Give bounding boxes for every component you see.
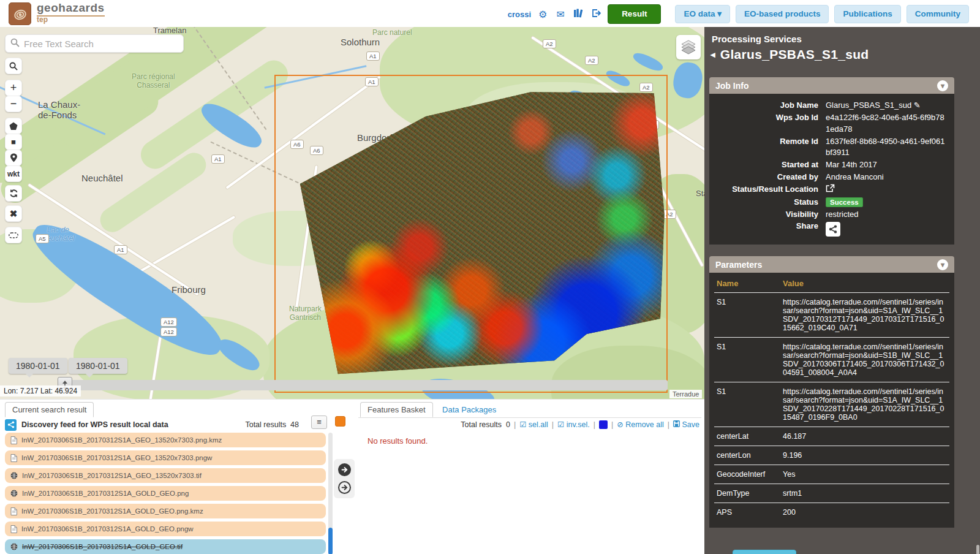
sign-out-icon[interactable] [590, 9, 602, 20]
job-info-label: Visibility [715, 209, 818, 221]
draw-rectangle-tool[interactable]: ■ [5, 134, 22, 150]
color-swatch-button[interactable] [599, 420, 608, 429]
move-right-button[interactable] [338, 463, 351, 476]
job-info-label: Share [715, 221, 818, 237]
brand-name[interactable]: geohazards [37, 1, 105, 17]
result-row-selected[interactable]: InW_20170306S1B_20170312S1A_GOLD_GEO.tif [5, 539, 326, 554]
result-row[interactable]: InW_20170306S1B_20170312S1A_GOLD_GEO.png… [5, 504, 326, 518]
map-search-tool[interactable] [5, 58, 22, 74]
map-canvas[interactable]: Tramelan Parc naturel Solothurn Willisau… [0, 27, 704, 399]
end-date-chip[interactable]: 1980-01-01 [69, 358, 127, 374]
layers-button[interactable] [676, 35, 701, 59]
separator: | [668, 420, 669, 429]
separator: | [514, 420, 516, 429]
draw-polygon-tool[interactable] [5, 118, 22, 134]
parameter-row: S1https://catalog.terradue.com//sentinel… [714, 293, 949, 338]
result-filename: InW_20170306S1B_20170312S1A_GOLD_GEO.tif [22, 543, 183, 550]
param-name: centerLon [714, 446, 780, 465]
gear-icon[interactable]: ⚙ [537, 9, 549, 20]
clear-selection-tool[interactable]: ✖ [5, 205, 22, 222]
panel-action-button-cutoff[interactable] [733, 550, 796, 554]
job-info-row: Visibilityrestricted [715, 209, 946, 221]
result-row[interactable]: InW_20170306S1B_20170312S1A_GOLD_GEO.png… [5, 522, 326, 536]
result-row[interactable]: InW_20170306S1B_20170312S1A_GEO_13520x73… [5, 468, 326, 483]
globe-icon [10, 490, 18, 497]
eo-data-button[interactable]: EO data ▾ [675, 5, 730, 23]
job-title[interactable]: ◂Glarus_PSBAS_S1_sud [710, 47, 869, 62]
panel-scrollbar-thumb[interactable] [976, 545, 979, 554]
job-info-label: Status [715, 197, 818, 208]
check-square-icon: ☑ [519, 420, 526, 429]
param-value: https://catalog.terradue.com//sentinel1/… [780, 293, 949, 338]
refresh-tool[interactable] [5, 185, 22, 202]
parameter-row: APS200 [714, 503, 949, 522]
publications-button[interactable]: Publications [834, 5, 900, 23]
results-total-value: 48 [290, 420, 299, 429]
results-scrollbar[interactable] [328, 433, 333, 554]
search-input[interactable] [24, 39, 171, 49]
external-link-icon[interactable] [826, 184, 835, 192]
road-badge: A5 [36, 234, 49, 243]
parameters-header-row: Name Value [714, 276, 949, 293]
result-row[interactable]: InW_20170306S1B_20170312S1A_GOLD_GEO.png [5, 486, 326, 501]
invert-selection-label: inv.sel. [567, 420, 590, 429]
bottom-panel: Current search result Discovery feed for… [0, 399, 704, 554]
job-name-value: Glarus_PSBAS_S1_sud [826, 101, 911, 110]
books-icon[interactable] [572, 9, 584, 20]
edit-pencil-icon[interactable]: ✎ [914, 101, 921, 110]
results-scrollbar-thumb[interactable] [328, 528, 333, 554]
wkt-tool[interactable]: wkt [5, 165, 22, 182]
mail-icon[interactable]: ✉ [554, 9, 567, 20]
separator: | [611, 420, 613, 429]
result-row[interactable]: InW_20170306S1B_20170312S1A_GEO_13520x73… [5, 433, 326, 447]
zoom-out-button[interactable]: − [5, 96, 22, 112]
result-row[interactable]: InW_20170306S1B_20170312S1A_GEO_13520x73… [5, 450, 326, 465]
tab-data-packages[interactable]: Data Packages [435, 403, 503, 417]
param-name: GeocodeInterf [714, 465, 780, 484]
brand-logo[interactable] [9, 2, 31, 25]
result-button[interactable]: Result [608, 4, 661, 24]
share-feed-icon[interactable] [5, 419, 17, 431]
basket-total-label: Total results [461, 420, 502, 429]
draw-point-tool[interactable] [5, 150, 22, 166]
share-job-icon[interactable] [826, 222, 840, 237]
zoom-in-button[interactable]: + [5, 80, 22, 96]
collapse-chevron-icon[interactable]: ▾ [937, 80, 948, 91]
move-right-alt-button[interactable] [338, 481, 351, 494]
legend-color-button[interactable] [335, 416, 345, 427]
parameter-row: DemTypesrtm1 [714, 484, 949, 503]
tab-features-basket[interactable]: Features Basket [360, 402, 433, 417]
collapse-chevron-icon[interactable]: ▾ [937, 259, 948, 270]
job-info-row: StatusSuccess [715, 197, 946, 208]
tab-label: Current search result [5, 402, 94, 417]
tab-current-search-result[interactable]: Current search result [5, 402, 94, 417]
map-attribution[interactable]: Terradue [669, 390, 702, 398]
job-info-row: Wps Job Ide4a122f6-9c82-40e6-af45-6f9b78… [715, 112, 946, 135]
job-info-card: Job Info▾ Job NameGlarus_PSBAS_S1_sud ✎ … [709, 77, 954, 245]
invert-selection-action[interactable]: ☑ inv.sel. [557, 420, 590, 429]
aoi-rectangle [274, 75, 668, 393]
param-value: https://catalog.terradue.com//sentinel1/… [780, 382, 949, 427]
job-info-value: restricted [826, 209, 946, 221]
select-all-action[interactable]: ☑ sel.all [519, 420, 548, 429]
save-action[interactable]: Save [673, 420, 699, 429]
job-info-value: Mar 14th 2017 [826, 159, 946, 171]
time-slider-track[interactable] [65, 380, 668, 390]
check-square-icon: ☑ [557, 420, 564, 429]
parameters-header[interactable]: Parameters▾ [709, 256, 954, 273]
results-total: Total results 48 [245, 420, 299, 429]
job-title-text: Glarus_PSBAS_S1_sud [720, 47, 869, 62]
community-button[interactable]: Community [907, 5, 969, 23]
job-info-header[interactable]: Job Info▾ [709, 77, 954, 94]
list-view-button[interactable]: ≡ [311, 416, 327, 429]
remove-all-action[interactable]: ⊘ Remove all [617, 420, 664, 429]
measure-tool[interactable] [5, 227, 22, 243]
job-info-header-label: Job Info [715, 81, 748, 91]
eo-products-button[interactable]: EO-based products [736, 5, 829, 23]
map-label: Neuchâtel [81, 173, 123, 183]
start-date-chip[interactable]: 1980-01-01 [9, 358, 67, 374]
user-link[interactable]: crossi [508, 10, 531, 19]
file-icon [10, 507, 17, 515]
road-badge: A12 [160, 327, 177, 336]
back-icon[interactable]: ◂ [710, 49, 715, 60]
